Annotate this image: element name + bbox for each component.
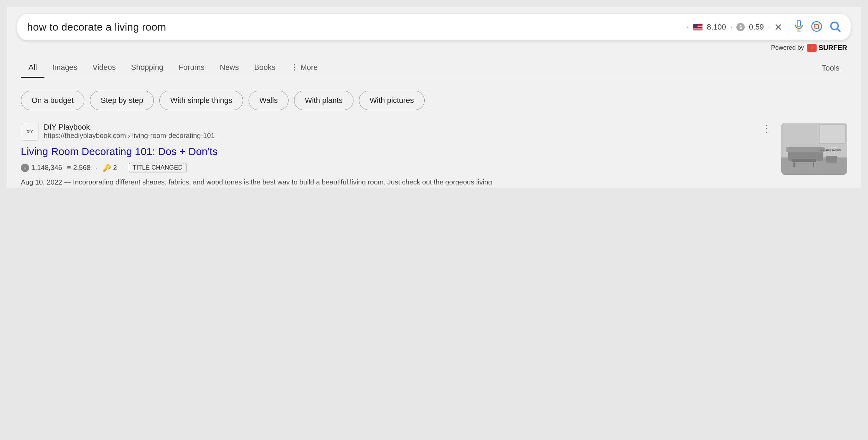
- site-info: DIY Playbook https://thediyplaybook.com …: [44, 123, 759, 140]
- chip-on-a-budget[interactable]: On a budget: [21, 91, 84, 110]
- thumbnail-image: Living Room: [781, 123, 847, 175]
- search-bar: how to decorate a living room · 8,100 · …: [17, 14, 851, 40]
- search-volume: 8,100: [707, 23, 726, 32]
- words-icon: ≡: [67, 164, 71, 172]
- result-main-content: DIY DIY Playbook https://thediyplaybook.…: [21, 123, 774, 188]
- chip-with-pictures[interactable]: With pictures: [359, 91, 425, 110]
- search-nav-tabs: All Images Videos Shopping Forums News B…: [17, 58, 851, 78]
- result-title-link[interactable]: Living Room Decorating 101: Dos + Don'ts: [21, 146, 218, 157]
- stat-links: 🔑 2: [102, 164, 117, 172]
- traffic-icon: ≡: [21, 164, 29, 172]
- svg-rect-0: [797, 20, 801, 27]
- filter-chips-row: On a budget Step by step With simple thi…: [17, 85, 851, 116]
- svg-rect-14: [793, 162, 795, 167]
- svg-line-6: [837, 28, 840, 31]
- tab-more[interactable]: ⋮ More: [283, 58, 325, 78]
- chip-with-simple-things[interactable]: With simple things: [159, 91, 243, 110]
- powered-by-text: Powered by: [771, 44, 804, 51]
- tab-forums[interactable]: Forums: [171, 58, 212, 78]
- links-icon: 🔑: [102, 164, 111, 172]
- stat-words: ≡ 2,568: [67, 164, 91, 172]
- tab-images[interactable]: Images: [44, 58, 85, 78]
- us-flag-icon: [693, 24, 703, 31]
- svg-rect-10: [819, 124, 845, 144]
- result-snippet: Aug 10, 2022 — Incorporating different s…: [21, 177, 774, 188]
- svg-rect-13: [792, 159, 816, 162]
- more-dots-icon: ⋮: [291, 63, 298, 72]
- search-result-1: DIY DIY Playbook https://thediyplaybook.…: [17, 123, 851, 188]
- svg-rect-16: [826, 156, 837, 163]
- svg-rect-15: [813, 162, 814, 167]
- chip-step-by-step[interactable]: Step by step: [90, 91, 154, 110]
- search-cpc: 0.59: [749, 23, 764, 32]
- surfer-brand-icon: ≡: [807, 44, 817, 52]
- site-name: DIY Playbook: [44, 123, 759, 132]
- tab-all[interactable]: All: [21, 58, 44, 78]
- title-changed-badge: TITLE CHANGED: [129, 163, 186, 172]
- result-row: DIY DIY Playbook https://thediyplaybook.…: [21, 123, 847, 188]
- result-thumbnail: Living Room: [781, 123, 847, 175]
- svg-point-3: [812, 22, 821, 31]
- tab-videos[interactable]: Videos: [85, 58, 124, 78]
- svg-rect-12: [786, 147, 825, 152]
- search-action-icons: [794, 20, 841, 34]
- svg-text:Living Room: Living Room: [821, 148, 841, 152]
- site-url: https://thediyplaybook.com › living-room…: [44, 132, 759, 140]
- dot-1: ·: [687, 23, 689, 32]
- site-favicon: DIY: [21, 123, 39, 141]
- surfer-powered-bar: Powered by ≡ SURFER: [17, 44, 851, 52]
- stat-dot: ·: [95, 163, 98, 172]
- tab-shopping[interactable]: Shopping: [123, 58, 171, 78]
- search-divider: [788, 20, 788, 34]
- search-metadata: · 8,100 · $ 0.59 · ✕: [687, 22, 782, 33]
- tab-books[interactable]: Books: [247, 58, 283, 78]
- result-stats-row: ≡ 1,148,346 ≡ 2,568 · 🔑 2 · TITLE CHANGE…: [21, 163, 774, 172]
- stat-dot-2: ·: [122, 163, 124, 172]
- google-lens-icon[interactable]: [811, 21, 822, 33]
- chip-with-plants[interactable]: With plants: [294, 91, 353, 110]
- clear-search-icon[interactable]: ✕: [774, 22, 782, 33]
- search-query-text: how to decorate a living room: [27, 21, 166, 33]
- dot-3: ·: [768, 23, 770, 32]
- stat-traffic: ≡ 1,148,346: [21, 164, 62, 172]
- dot-2: ·: [730, 23, 732, 32]
- search-submit-icon[interactable]: [829, 21, 841, 34]
- result-menu-button[interactable]: ⋮: [759, 123, 774, 134]
- tab-news[interactable]: News: [212, 58, 247, 78]
- dollar-icon: $: [736, 23, 745, 31]
- search-input-area: how to decorate a living room: [27, 21, 680, 33]
- microphone-icon[interactable]: [794, 20, 804, 34]
- chip-walls[interactable]: Walls: [249, 91, 289, 110]
- surfer-logo: ≡ SURFER: [807, 44, 847, 52]
- tools-button[interactable]: Tools: [814, 59, 847, 78]
- result-site-header: DIY DIY Playbook https://thediyplaybook.…: [21, 123, 774, 141]
- surfer-brand-name: SURFER: [819, 44, 847, 52]
